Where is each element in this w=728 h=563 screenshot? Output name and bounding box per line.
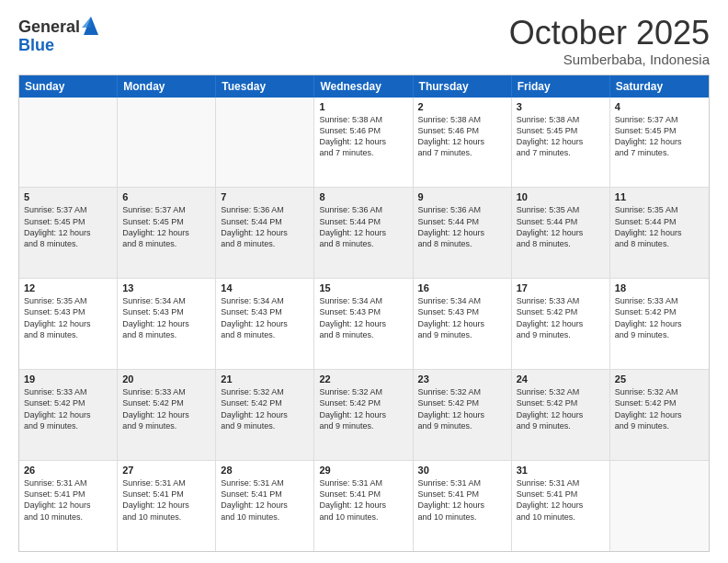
cell-line: Daylight: 12 hours bbox=[221, 409, 309, 420]
cell-line: Sunrise: 5:31 AM bbox=[122, 477, 210, 488]
cell-line: and 8 minutes. bbox=[221, 329, 309, 340]
cell-line: Sunset: 5:45 PM bbox=[615, 125, 704, 136]
calendar-cell: 9Sunrise: 5:36 AMSunset: 5:44 PMDaylight… bbox=[414, 188, 512, 278]
cell-line: and 9 minutes. bbox=[615, 420, 704, 431]
day-number: 7 bbox=[221, 191, 309, 202]
calendar-cell: 21Sunrise: 5:32 AMSunset: 5:42 PMDayligh… bbox=[216, 370, 314, 460]
day-number: 17 bbox=[517, 282, 605, 293]
calendar-cell: 10Sunrise: 5:35 AMSunset: 5:44 PMDayligh… bbox=[512, 188, 610, 278]
logo-general: General bbox=[18, 18, 80, 37]
calendar-cell bbox=[118, 98, 216, 188]
calendar-cell: 14Sunrise: 5:34 AMSunset: 5:43 PMDayligh… bbox=[216, 279, 314, 369]
cell-line: Daylight: 12 hours bbox=[319, 500, 407, 511]
cell-line: Daylight: 12 hours bbox=[615, 409, 704, 420]
cell-line: Sunset: 5:42 PM bbox=[418, 397, 506, 408]
calendar-row-5: 26Sunrise: 5:31 AMSunset: 5:41 PMDayligh… bbox=[19, 460, 709, 551]
cell-line: and 10 minutes. bbox=[418, 511, 506, 523]
cell-line: Sunset: 5:41 PM bbox=[319, 488, 407, 500]
day-number: 16 bbox=[418, 282, 506, 293]
day-number: 18 bbox=[615, 282, 704, 293]
cell-line: Sunrise: 5:36 AM bbox=[221, 204, 309, 215]
calendar-cell: 7Sunrise: 5:36 AMSunset: 5:44 PMDaylight… bbox=[216, 188, 314, 278]
cell-line: Sunset: 5:41 PM bbox=[418, 488, 506, 500]
day-number: 11 bbox=[615, 191, 704, 202]
cell-line: Sunset: 5:43 PM bbox=[24, 306, 112, 317]
cell-line: Sunrise: 5:31 AM bbox=[418, 477, 506, 488]
page: General Blue October 2025 Sumberbaba, In… bbox=[0, 0, 728, 563]
cell-line: Sunrise: 5:32 AM bbox=[319, 386, 407, 397]
calendar-cell: 6Sunrise: 5:37 AMSunset: 5:45 PMDaylight… bbox=[118, 188, 216, 278]
calendar-cell: 24Sunrise: 5:32 AMSunset: 5:42 PMDayligh… bbox=[512, 370, 610, 460]
calendar-cell: 16Sunrise: 5:34 AMSunset: 5:43 PMDayligh… bbox=[414, 279, 512, 369]
calendar-cell: 30Sunrise: 5:31 AMSunset: 5:41 PMDayligh… bbox=[414, 461, 512, 551]
logo-icon bbox=[82, 15, 100, 37]
logo-blue: Blue bbox=[18, 37, 100, 55]
calendar-cell: 5Sunrise: 5:37 AMSunset: 5:45 PMDaylight… bbox=[19, 188, 118, 278]
cell-line: Sunrise: 5:33 AM bbox=[517, 295, 605, 306]
cell-line: Daylight: 12 hours bbox=[319, 318, 407, 329]
calendar-cell: 18Sunrise: 5:33 AMSunset: 5:42 PMDayligh… bbox=[610, 279, 709, 369]
cell-line: and 8 minutes. bbox=[418, 238, 506, 249]
cell-line: Sunset: 5:44 PM bbox=[517, 216, 605, 227]
cell-line: Sunrise: 5:31 AM bbox=[24, 477, 112, 488]
header-day-monday: Monday bbox=[118, 75, 216, 98]
cell-line: and 8 minutes. bbox=[24, 329, 112, 340]
cell-line: and 8 minutes. bbox=[319, 329, 407, 340]
calendar-cell bbox=[610, 461, 709, 551]
cell-line: Daylight: 12 hours bbox=[221, 318, 309, 329]
cell-line: Sunset: 5:44 PM bbox=[221, 216, 309, 227]
cell-line: Sunrise: 5:36 AM bbox=[418, 204, 506, 215]
day-number: 22 bbox=[319, 373, 407, 385]
cell-line: Sunrise: 5:34 AM bbox=[122, 295, 210, 306]
cell-line: Sunset: 5:42 PM bbox=[122, 397, 210, 408]
day-number: 6 bbox=[122, 191, 210, 202]
day-number: 21 bbox=[221, 373, 309, 385]
day-number: 28 bbox=[221, 465, 309, 476]
cell-line: Sunset: 5:46 PM bbox=[319, 125, 407, 136]
day-number: 25 bbox=[615, 373, 704, 385]
cell-line: Daylight: 12 hours bbox=[24, 500, 112, 511]
day-number: 29 bbox=[319, 465, 407, 476]
cell-line: Sunset: 5:42 PM bbox=[517, 397, 605, 408]
header-day-saturday: Saturday bbox=[610, 75, 709, 98]
day-number: 8 bbox=[319, 191, 407, 202]
day-number: 27 bbox=[122, 465, 210, 476]
cell-line: Daylight: 12 hours bbox=[122, 409, 210, 420]
cell-line: Sunset: 5:45 PM bbox=[24, 216, 112, 227]
calendar-body: 1Sunrise: 5:38 AMSunset: 5:46 PMDaylight… bbox=[19, 98, 709, 551]
cell-line: Sunrise: 5:34 AM bbox=[319, 295, 407, 306]
day-number: 10 bbox=[517, 191, 605, 202]
cell-line: Sunrise: 5:33 AM bbox=[24, 386, 112, 397]
cell-line: Sunset: 5:43 PM bbox=[122, 306, 210, 317]
svg-marker-1 bbox=[82, 17, 91, 28]
cell-line: Sunset: 5:41 PM bbox=[517, 488, 605, 500]
calendar-cell: 20Sunrise: 5:33 AMSunset: 5:42 PMDayligh… bbox=[118, 370, 216, 460]
cell-line: and 9 minutes. bbox=[122, 420, 210, 431]
cell-line: Daylight: 12 hours bbox=[418, 318, 506, 329]
cell-line: and 9 minutes. bbox=[319, 420, 407, 431]
calendar-cell: 26Sunrise: 5:31 AMSunset: 5:41 PMDayligh… bbox=[19, 461, 118, 551]
cell-line: and 7 minutes. bbox=[418, 147, 506, 158]
calendar-cell: 27Sunrise: 5:31 AMSunset: 5:41 PMDayligh… bbox=[118, 461, 216, 551]
calendar-cell: 15Sunrise: 5:34 AMSunset: 5:43 PMDayligh… bbox=[314, 279, 413, 369]
day-number: 24 bbox=[517, 373, 605, 385]
cell-line: Sunset: 5:46 PM bbox=[418, 125, 506, 136]
day-number: 23 bbox=[418, 373, 506, 385]
calendar-row-1: 1Sunrise: 5:38 AMSunset: 5:46 PMDaylight… bbox=[19, 98, 709, 188]
cell-line: Sunrise: 5:32 AM bbox=[615, 386, 704, 397]
cell-line: Sunset: 5:41 PM bbox=[221, 488, 309, 500]
day-number: 5 bbox=[24, 191, 112, 202]
cell-line: Sunrise: 5:31 AM bbox=[221, 477, 309, 488]
cell-line: Sunrise: 5:38 AM bbox=[517, 114, 605, 125]
cell-line: and 10 minutes. bbox=[319, 511, 407, 523]
cell-line: Daylight: 12 hours bbox=[122, 500, 210, 511]
cell-line: Daylight: 12 hours bbox=[24, 227, 112, 238]
calendar-header: SundayMondayTuesdayWednesdayThursdayFrid… bbox=[19, 75, 709, 98]
cell-line: Sunrise: 5:35 AM bbox=[615, 204, 704, 215]
calendar-cell: 11Sunrise: 5:35 AMSunset: 5:44 PMDayligh… bbox=[610, 188, 709, 278]
day-number: 31 bbox=[517, 465, 605, 476]
cell-line: Sunset: 5:42 PM bbox=[221, 397, 309, 408]
month-title: October 2025 bbox=[509, 15, 710, 52]
title-block: October 2025 Sumberbaba, Indonesia bbox=[509, 15, 710, 67]
cell-line: and 8 minutes. bbox=[24, 238, 112, 249]
